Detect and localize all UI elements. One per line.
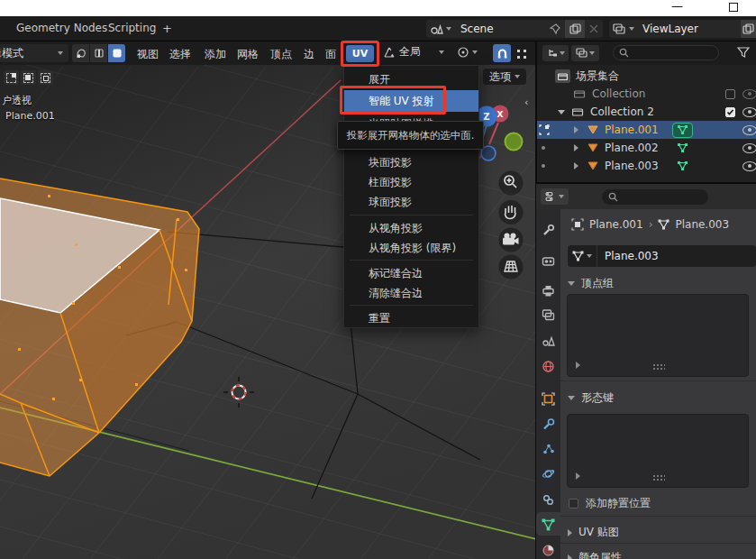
- sidebar-collapse-arrow[interactable]: ‹: [524, 96, 528, 108]
- menu-add[interactable]: 添加: [205, 47, 226, 62]
- mesh-data-icon[interactable]: [672, 123, 693, 138]
- scene-name[interactable]: Scene: [460, 23, 549, 35]
- pivot-point-dropdown[interactable]: [457, 46, 478, 59]
- scene-collection-row[interactable]: 场景集合: [536, 67, 756, 85]
- tab-scene[interactable]: [539, 331, 558, 349]
- vertex-groups-panel-header[interactable]: 顶点组: [568, 276, 614, 291]
- collection-2-row[interactable]: Collection 2: [536, 103, 756, 121]
- edge-select-button[interactable]: [90, 44, 107, 62]
- select-extend-button[interactable]: [21, 70, 36, 85]
- rest-position-checkbox[interactable]: [569, 499, 578, 509]
- breadcrumb-object[interactable]: Plane.001: [589, 218, 643, 231]
- expand-caret-icon[interactable]: [574, 162, 578, 170]
- tab-material[interactable]: [539, 541, 558, 559]
- hide-eye-icon[interactable]: [742, 89, 756, 99]
- properties-editor-type-dropdown[interactable]: [541, 188, 569, 205]
- object-row-plane001[interactable]: Plane.001: [536, 121, 756, 139]
- menu-item-project-from-view[interactable]: 从视角投影: [344, 218, 478, 238]
- menu-item-reset[interactable]: 重置: [344, 308, 478, 328]
- vertex-select-button[interactable]: [72, 44, 89, 62]
- tab-scripting[interactable]: Scripting: [108, 22, 156, 34]
- menu-item-cube-projection[interactable]: 块面投影: [344, 152, 478, 172]
- mode-dropdown[interactable]: 辑模式: [0, 44, 68, 62]
- view-layer-menu-button[interactable]: [609, 23, 638, 35]
- filter-icon[interactable]: [737, 47, 750, 59]
- menu-view[interactable]: 视图: [137, 47, 159, 62]
- mesh-data-icon[interactable]: [678, 143, 688, 152]
- tab-world[interactable]: [539, 357, 558, 375]
- object-row-plane002[interactable]: Plane.002: [536, 139, 756, 157]
- collection-exclude-checkbox[interactable]: [725, 107, 735, 117]
- menu-item-project-from-view-bounds[interactable]: 从视角投影 (限界): [344, 238, 478, 258]
- tab-view-layer[interactable]: [539, 306, 558, 324]
- hide-eye-icon[interactable]: [742, 107, 756, 117]
- hide-eye-icon[interactable]: [742, 161, 756, 171]
- expand-caret-icon[interactable]: [574, 126, 578, 133]
- select-set-button[interactable]: [4, 70, 19, 85]
- color-attributes-panel-header[interactable]: 颜色属性: [568, 550, 622, 559]
- breadcrumb-data[interactable]: Plane.003: [675, 218, 729, 231]
- snap-toggle-button[interactable]: [493, 44, 511, 62]
- menu-mesh[interactable]: 网格: [237, 47, 259, 62]
- vertex-groups-list[interactable]: [567, 294, 749, 377]
- outliner-search-input[interactable]: [613, 45, 719, 60]
- hide-eye-icon[interactable]: [742, 143, 756, 153]
- tab-tool[interactable]: [539, 221, 558, 239]
- face-select-button[interactable]: [108, 44, 125, 62]
- options-dropdown-button[interactable]: 选项: [483, 69, 526, 85]
- pin-icon[interactable]: [549, 23, 561, 35]
- menu-item-sphere-projection[interactable]: 球面投影: [344, 192, 478, 212]
- scene-menu-button[interactable]: [426, 23, 455, 35]
- mesh-name-field[interactable]: Plane.003: [568, 245, 756, 267]
- tab-object-data[interactable]: [539, 516, 558, 534]
- mesh-data-icon[interactable]: [678, 161, 688, 170]
- new-scene-button[interactable]: [565, 20, 585, 38]
- menu-edge[interactable]: 边: [304, 47, 314, 62]
- select-subtract-button[interactable]: [38, 70, 53, 85]
- close-icon[interactable]: [588, 23, 599, 34]
- tab-constraints[interactable]: [539, 490, 558, 509]
- menu-item-clear-seam[interactable]: 清除缝合边: [344, 283, 478, 303]
- zoom-button[interactable]: [499, 171, 524, 196]
- outliner-filter-dropdown[interactable]: [571, 45, 599, 61]
- outliner-display-mode-dropdown[interactable]: [542, 45, 569, 61]
- menu-face[interactable]: 面: [325, 47, 336, 62]
- shape-keys-list[interactable]: [567, 414, 749, 488]
- list-expand-caret-icon[interactable]: [576, 472, 580, 480]
- tab-render[interactable]: [539, 252, 558, 270]
- toggle-perspective-button[interactable]: [499, 255, 524, 280]
- tab-object[interactable]: [539, 389, 558, 408]
- list-expand-caret-icon[interactable]: [576, 362, 580, 369]
- proportional-edit-button[interactable]: [515, 48, 527, 60]
- menu-item-cylinder-projection[interactable]: 柱面投影: [344, 172, 478, 192]
- minimize-button[interactable]: —: [671, 0, 683, 13]
- tab-particles[interactable]: [539, 439, 558, 457]
- tab-physics[interactable]: [539, 464, 558, 482]
- uv-maps-panel-header[interactable]: UV 贴图: [568, 525, 619, 540]
- shape-keys-panel-header[interactable]: 形态键: [568, 390, 614, 406]
- maximize-button[interactable]: [729, 3, 738, 12]
- transform-orientation-dropdown[interactable]: 全局: [383, 44, 444, 60]
- view-layer-name[interactable]: ViewLayer: [642, 23, 741, 35]
- mesh-name-value[interactable]: Plane.003: [605, 250, 659, 262]
- new-view-layer-button[interactable]: [741, 20, 756, 38]
- add-workspace-tab-button[interactable]: +: [162, 22, 172, 35]
- collection-exclude-checkbox[interactable]: [725, 89, 735, 99]
- tab-output[interactable]: [539, 281, 558, 299]
- tab-geometry-nodes[interactable]: Geometry Nodes: [16, 22, 107, 34]
- menu-vertex[interactable]: 顶点: [270, 47, 292, 62]
- gizmo-y-axis[interactable]: [506, 133, 523, 151]
- menu-item-mark-seam[interactable]: 标记缝合边: [344, 263, 478, 283]
- list-resize-grip[interactable]: [652, 474, 665, 481]
- list-resize-grip[interactable]: [652, 363, 665, 370]
- hide-eye-icon[interactable]: [742, 125, 756, 135]
- object-row-plane003[interactable]: Plane.003: [536, 157, 756, 175]
- expand-caret-icon[interactable]: [574, 144, 578, 151]
- collection-row[interactable]: Collection: [536, 85, 756, 103]
- properties-search-input[interactable]: [602, 189, 708, 205]
- expand-caret-icon[interactable]: [558, 110, 565, 115]
- menu-select[interactable]: 选择: [169, 47, 191, 62]
- tab-modifiers[interactable]: [539, 415, 558, 433]
- pan-button[interactable]: [499, 200, 524, 225]
- mesh-data-browse-button[interactable]: [568, 245, 597, 267]
